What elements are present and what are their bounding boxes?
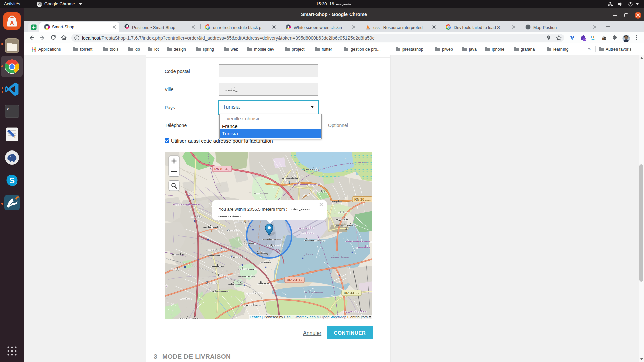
svg-text:RN 10: RN 10 bbox=[354, 197, 364, 201]
svg-text:3: 3 bbox=[303, 168, 305, 171]
svg-text:A: A bbox=[10, 20, 14, 26]
svg-text:You are within 2056.5 meters f: You are within 2056.5 meters from : bbox=[219, 207, 287, 212]
svg-text:RR 23: RR 23 bbox=[287, 278, 297, 282]
svg-text:6: 6 bbox=[244, 220, 246, 223]
svg-text:1: 1 bbox=[288, 181, 290, 184]
svg-text:RR 33: RR 33 bbox=[344, 291, 354, 295]
svg-text:>_: >_ bbox=[7, 107, 12, 112]
svg-text:LT: LT bbox=[591, 35, 595, 39]
svg-text:1: 1 bbox=[211, 229, 213, 233]
svg-text:RN 8: RN 8 bbox=[214, 167, 222, 171]
svg-text:3: 3 bbox=[206, 281, 208, 284]
svg-text:S: S bbox=[9, 176, 15, 185]
svg-text:Leaflet | Powered by Esri | Sm: Leaflet | Powered by Esri | Smart e-Tech… bbox=[250, 315, 368, 319]
svg-text:78: 78 bbox=[127, 27, 129, 29]
svg-text:21: 21 bbox=[583, 38, 586, 41]
svg-text:2: 2 bbox=[345, 227, 347, 230]
svg-text:2: 2 bbox=[227, 228, 229, 232]
